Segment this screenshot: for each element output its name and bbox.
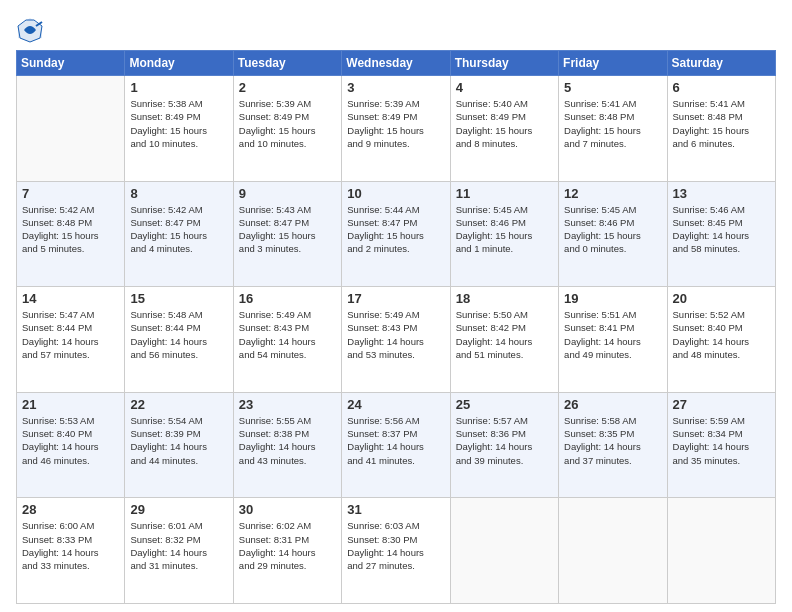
day-info: Sunrise: 5:54 AM Sunset: 8:39 PM Dayligh… bbox=[130, 414, 227, 467]
day-info: Sunrise: 5:57 AM Sunset: 8:36 PM Dayligh… bbox=[456, 414, 553, 467]
day-number: 12 bbox=[564, 186, 661, 201]
day-info: Sunrise: 5:39 AM Sunset: 8:49 PM Dayligh… bbox=[239, 97, 336, 150]
calendar-cell: 3Sunrise: 5:39 AM Sunset: 8:49 PM Daylig… bbox=[342, 76, 450, 182]
day-number: 29 bbox=[130, 502, 227, 517]
header bbox=[16, 12, 776, 44]
day-info: Sunrise: 5:52 AM Sunset: 8:40 PM Dayligh… bbox=[673, 308, 770, 361]
calendar-week-row: 1Sunrise: 5:38 AM Sunset: 8:49 PM Daylig… bbox=[17, 76, 776, 182]
day-info: Sunrise: 5:50 AM Sunset: 8:42 PM Dayligh… bbox=[456, 308, 553, 361]
calendar-cell: 20Sunrise: 5:52 AM Sunset: 8:40 PM Dayli… bbox=[667, 287, 775, 393]
calendar-cell: 14Sunrise: 5:47 AM Sunset: 8:44 PM Dayli… bbox=[17, 287, 125, 393]
day-info: Sunrise: 5:59 AM Sunset: 8:34 PM Dayligh… bbox=[673, 414, 770, 467]
day-number: 16 bbox=[239, 291, 336, 306]
day-info: Sunrise: 5:49 AM Sunset: 8:43 PM Dayligh… bbox=[347, 308, 444, 361]
day-info: Sunrise: 6:02 AM Sunset: 8:31 PM Dayligh… bbox=[239, 519, 336, 572]
calendar-week-row: 21Sunrise: 5:53 AM Sunset: 8:40 PM Dayli… bbox=[17, 392, 776, 498]
day-info: Sunrise: 5:53 AM Sunset: 8:40 PM Dayligh… bbox=[22, 414, 119, 467]
calendar-cell: 17Sunrise: 5:49 AM Sunset: 8:43 PM Dayli… bbox=[342, 287, 450, 393]
weekday-header-sunday: Sunday bbox=[17, 51, 125, 76]
calendar-cell: 9Sunrise: 5:43 AM Sunset: 8:47 PM Daylig… bbox=[233, 181, 341, 287]
calendar-week-row: 14Sunrise: 5:47 AM Sunset: 8:44 PM Dayli… bbox=[17, 287, 776, 393]
calendar-week-row: 7Sunrise: 5:42 AM Sunset: 8:48 PM Daylig… bbox=[17, 181, 776, 287]
day-info: Sunrise: 5:46 AM Sunset: 8:45 PM Dayligh… bbox=[673, 203, 770, 256]
calendar-cell: 28Sunrise: 6:00 AM Sunset: 8:33 PM Dayli… bbox=[17, 498, 125, 604]
day-number: 30 bbox=[239, 502, 336, 517]
day-info: Sunrise: 5:41 AM Sunset: 8:48 PM Dayligh… bbox=[564, 97, 661, 150]
weekday-header-friday: Friday bbox=[559, 51, 667, 76]
day-number: 1 bbox=[130, 80, 227, 95]
day-number: 23 bbox=[239, 397, 336, 412]
day-info: Sunrise: 5:41 AM Sunset: 8:48 PM Dayligh… bbox=[673, 97, 770, 150]
day-info: Sunrise: 5:45 AM Sunset: 8:46 PM Dayligh… bbox=[564, 203, 661, 256]
calendar-cell: 8Sunrise: 5:42 AM Sunset: 8:47 PM Daylig… bbox=[125, 181, 233, 287]
calendar-cell: 24Sunrise: 5:56 AM Sunset: 8:37 PM Dayli… bbox=[342, 392, 450, 498]
calendar-cell: 2Sunrise: 5:39 AM Sunset: 8:49 PM Daylig… bbox=[233, 76, 341, 182]
calendar-cell: 15Sunrise: 5:48 AM Sunset: 8:44 PM Dayli… bbox=[125, 287, 233, 393]
calendar-cell: 16Sunrise: 5:49 AM Sunset: 8:43 PM Dayli… bbox=[233, 287, 341, 393]
day-number: 19 bbox=[564, 291, 661, 306]
calendar-cell bbox=[450, 498, 558, 604]
calendar-cell: 30Sunrise: 6:02 AM Sunset: 8:31 PM Dayli… bbox=[233, 498, 341, 604]
calendar-cell: 25Sunrise: 5:57 AM Sunset: 8:36 PM Dayli… bbox=[450, 392, 558, 498]
day-number: 18 bbox=[456, 291, 553, 306]
weekday-header-monday: Monday bbox=[125, 51, 233, 76]
page-container: SundayMondayTuesdayWednesdayThursdayFrid… bbox=[0, 0, 792, 612]
day-number: 15 bbox=[130, 291, 227, 306]
weekday-header-thursday: Thursday bbox=[450, 51, 558, 76]
calendar-cell: 18Sunrise: 5:50 AM Sunset: 8:42 PM Dayli… bbox=[450, 287, 558, 393]
calendar-cell: 21Sunrise: 5:53 AM Sunset: 8:40 PM Dayli… bbox=[17, 392, 125, 498]
calendar-week-row: 28Sunrise: 6:00 AM Sunset: 8:33 PM Dayli… bbox=[17, 498, 776, 604]
day-number: 8 bbox=[130, 186, 227, 201]
day-number: 2 bbox=[239, 80, 336, 95]
day-number: 6 bbox=[673, 80, 770, 95]
day-number: 27 bbox=[673, 397, 770, 412]
weekday-header-row: SundayMondayTuesdayWednesdayThursdayFrid… bbox=[17, 51, 776, 76]
day-info: Sunrise: 5:45 AM Sunset: 8:46 PM Dayligh… bbox=[456, 203, 553, 256]
calendar-cell bbox=[17, 76, 125, 182]
day-number: 20 bbox=[673, 291, 770, 306]
weekday-header-wednesday: Wednesday bbox=[342, 51, 450, 76]
calendar-cell: 12Sunrise: 5:45 AM Sunset: 8:46 PM Dayli… bbox=[559, 181, 667, 287]
calendar-cell: 6Sunrise: 5:41 AM Sunset: 8:48 PM Daylig… bbox=[667, 76, 775, 182]
weekday-header-saturday: Saturday bbox=[667, 51, 775, 76]
day-number: 9 bbox=[239, 186, 336, 201]
day-number: 31 bbox=[347, 502, 444, 517]
day-number: 22 bbox=[130, 397, 227, 412]
day-number: 5 bbox=[564, 80, 661, 95]
day-number: 21 bbox=[22, 397, 119, 412]
day-info: Sunrise: 5:49 AM Sunset: 8:43 PM Dayligh… bbox=[239, 308, 336, 361]
day-number: 25 bbox=[456, 397, 553, 412]
calendar-cell: 27Sunrise: 5:59 AM Sunset: 8:34 PM Dayli… bbox=[667, 392, 775, 498]
day-number: 4 bbox=[456, 80, 553, 95]
day-number: 24 bbox=[347, 397, 444, 412]
logo bbox=[16, 16, 48, 44]
day-info: Sunrise: 5:48 AM Sunset: 8:44 PM Dayligh… bbox=[130, 308, 227, 361]
calendar-cell: 5Sunrise: 5:41 AM Sunset: 8:48 PM Daylig… bbox=[559, 76, 667, 182]
calendar-cell: 10Sunrise: 5:44 AM Sunset: 8:47 PM Dayli… bbox=[342, 181, 450, 287]
day-info: Sunrise: 5:51 AM Sunset: 8:41 PM Dayligh… bbox=[564, 308, 661, 361]
calendar-cell: 1Sunrise: 5:38 AM Sunset: 8:49 PM Daylig… bbox=[125, 76, 233, 182]
calendar-cell: 19Sunrise: 5:51 AM Sunset: 8:41 PM Dayli… bbox=[559, 287, 667, 393]
day-number: 10 bbox=[347, 186, 444, 201]
day-number: 14 bbox=[22, 291, 119, 306]
day-number: 26 bbox=[564, 397, 661, 412]
calendar-cell: 22Sunrise: 5:54 AM Sunset: 8:39 PM Dayli… bbox=[125, 392, 233, 498]
day-info: Sunrise: 5:58 AM Sunset: 8:35 PM Dayligh… bbox=[564, 414, 661, 467]
calendar-cell bbox=[559, 498, 667, 604]
weekday-header-tuesday: Tuesday bbox=[233, 51, 341, 76]
calendar-cell: 26Sunrise: 5:58 AM Sunset: 8:35 PM Dayli… bbox=[559, 392, 667, 498]
day-number: 28 bbox=[22, 502, 119, 517]
day-info: Sunrise: 5:44 AM Sunset: 8:47 PM Dayligh… bbox=[347, 203, 444, 256]
day-info: Sunrise: 6:00 AM Sunset: 8:33 PM Dayligh… bbox=[22, 519, 119, 572]
day-info: Sunrise: 5:55 AM Sunset: 8:38 PM Dayligh… bbox=[239, 414, 336, 467]
day-info: Sunrise: 5:47 AM Sunset: 8:44 PM Dayligh… bbox=[22, 308, 119, 361]
day-number: 3 bbox=[347, 80, 444, 95]
calendar-table: SundayMondayTuesdayWednesdayThursdayFrid… bbox=[16, 50, 776, 604]
calendar-cell: 7Sunrise: 5:42 AM Sunset: 8:48 PM Daylig… bbox=[17, 181, 125, 287]
day-number: 13 bbox=[673, 186, 770, 201]
day-number: 17 bbox=[347, 291, 444, 306]
day-info: Sunrise: 5:40 AM Sunset: 8:49 PM Dayligh… bbox=[456, 97, 553, 150]
day-info: Sunrise: 6:03 AM Sunset: 8:30 PM Dayligh… bbox=[347, 519, 444, 572]
calendar-cell: 11Sunrise: 5:45 AM Sunset: 8:46 PM Dayli… bbox=[450, 181, 558, 287]
day-info: Sunrise: 5:56 AM Sunset: 8:37 PM Dayligh… bbox=[347, 414, 444, 467]
